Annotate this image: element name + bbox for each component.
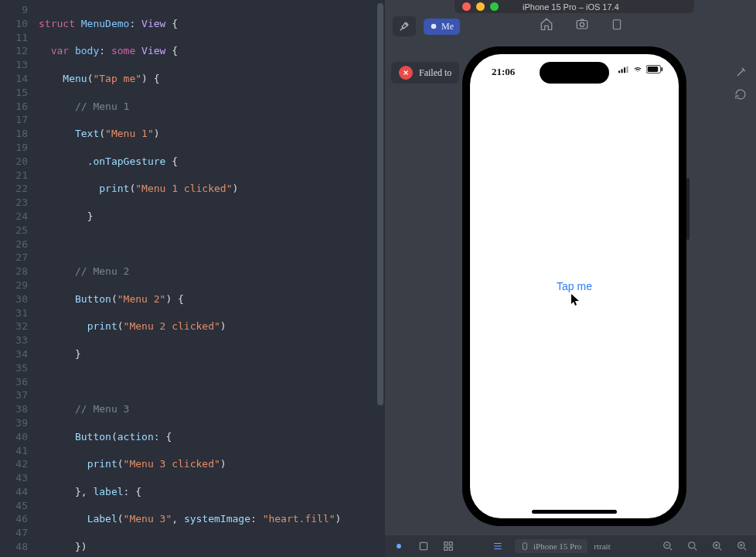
wifi-icon xyxy=(632,66,643,73)
svg-rect-9 xyxy=(648,67,659,72)
pin-button[interactable] xyxy=(393,16,416,36)
cursor-icon xyxy=(571,294,581,306)
zoom-fit-icon[interactable] xyxy=(685,538,700,554)
variants-icon[interactable] xyxy=(441,538,456,554)
preview-panel: iPhone 15 Pro – iOS 17.4 Me Failed to 21… xyxy=(385,0,756,557)
svg-rect-7 xyxy=(627,66,628,72)
close-icon[interactable] xyxy=(462,2,471,11)
status-icons xyxy=(618,65,663,73)
cellular-icon xyxy=(618,66,629,73)
selectable-icon[interactable] xyxy=(416,538,431,554)
zoom-out-icon[interactable] xyxy=(660,538,676,554)
battery-icon xyxy=(646,65,663,73)
svg-point-19 xyxy=(689,542,695,548)
editor-scrollbar[interactable] xyxy=(376,0,385,557)
side-button[interactable] xyxy=(686,178,690,240)
svg-rect-13 xyxy=(444,542,448,545)
svg-rect-17 xyxy=(523,543,527,549)
zoom-actual-icon[interactable] xyxy=(710,538,725,554)
svg-rect-16 xyxy=(449,547,452,550)
simulator-screen[interactable]: 21:06 Tap me xyxy=(470,54,679,518)
zoom-icon[interactable] xyxy=(490,2,499,11)
svg-point-2 xyxy=(580,22,584,26)
share-icon[interactable] xyxy=(611,17,623,31)
svg-point-0 xyxy=(431,24,437,29)
zoom-in-icon[interactable] xyxy=(734,538,750,554)
refresh-icon[interactable] xyxy=(730,84,751,105)
error-banner[interactable]: Failed to xyxy=(391,62,459,84)
svg-point-11 xyxy=(397,544,401,548)
live-button[interactable] xyxy=(391,538,407,554)
preview-chip[interactable]: Me xyxy=(424,19,460,35)
svg-rect-10 xyxy=(661,67,662,71)
tap-me-button[interactable]: Tap me xyxy=(557,280,592,292)
svg-rect-3 xyxy=(613,20,620,29)
svg-rect-14 xyxy=(449,542,452,545)
svg-rect-15 xyxy=(444,547,448,550)
svg-rect-5 xyxy=(621,69,623,73)
simulator-title: iPhone 15 Pro – iOS 17.4 xyxy=(523,2,619,12)
wand-icon[interactable] xyxy=(730,62,751,84)
preview-bottombar: iPhone 15 Pro rtrait xyxy=(385,535,756,557)
status-clock: 21:06 xyxy=(492,66,515,78)
device-selector[interactable]: iPhone 15 Pro xyxy=(515,539,587,553)
screenshot-icon[interactable] xyxy=(575,17,589,31)
minimize-icon[interactable] xyxy=(476,2,485,11)
svg-rect-6 xyxy=(624,67,625,73)
simulator-titlebar[interactable]: iPhone 15 Pro – iOS 17.4 xyxy=(455,0,694,13)
device-settings-icon[interactable] xyxy=(490,538,506,554)
svg-rect-4 xyxy=(618,70,620,73)
svg-rect-1 xyxy=(577,21,587,29)
simulator-device: 21:06 Tap me xyxy=(462,46,686,526)
svg-rect-12 xyxy=(420,542,427,549)
home-icon[interactable] xyxy=(540,17,553,31)
error-icon xyxy=(399,66,413,80)
home-indicator[interactable] xyxy=(532,510,617,514)
dynamic-island xyxy=(540,62,609,84)
code-editor[interactable]: struct MenuDemo: View { var body: some V… xyxy=(36,0,385,557)
line-number-gutter: 9101112131415161718192021222324252627282… xyxy=(0,0,36,557)
orientation-label: rtrait xyxy=(594,542,610,551)
